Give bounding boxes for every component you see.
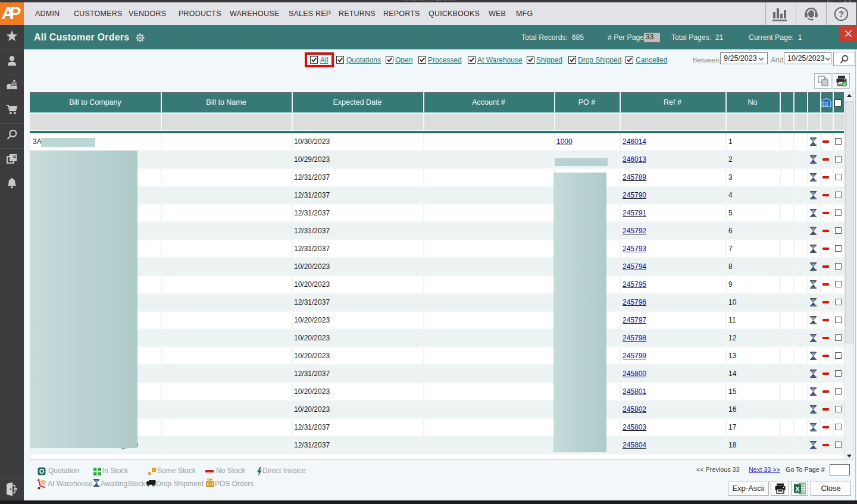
svg-text:X: X xyxy=(795,485,800,492)
svg-text:?: ? xyxy=(839,10,844,19)
svg-text:O: O xyxy=(39,468,44,475)
